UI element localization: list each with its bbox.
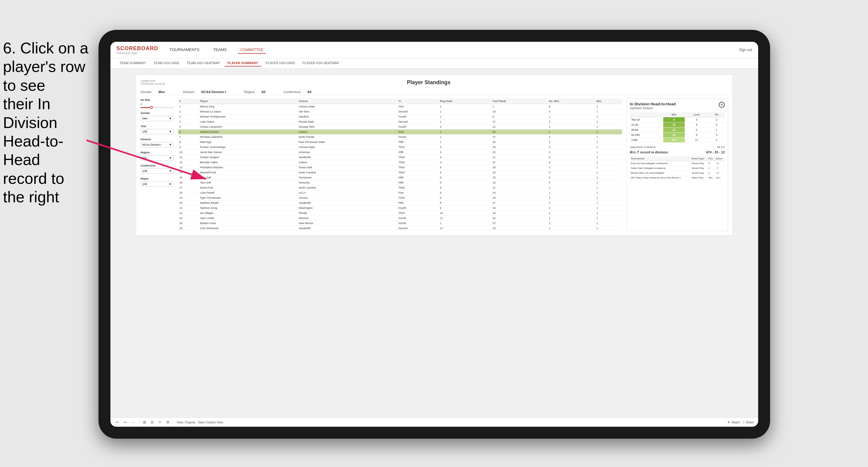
cell-reg-rank: 2 <box>438 124 491 129</box>
cell-num: 23 <box>178 216 198 221</box>
cell-reg-rank: 8 <box>438 180 491 185</box>
table-row[interactable]: 18 Luke Powell UCLA First 8 24 1 1 <box>178 190 622 195</box>
nav-teams[interactable]: TEAMS <box>211 46 229 54</box>
nav-tournaments[interactable]: TOURNAMENTS <box>167 46 202 54</box>
cell-win: 1 <box>595 150 622 155</box>
table-row[interactable]: 2 Michael La Sasso Ole Miss Second 1 19 … <box>178 109 622 114</box>
cell-conf-rank: 27 <box>491 160 548 165</box>
table-row[interactable]: 10 Jacob Mac Diesen Arkansas Fifth 4 23 … <box>178 150 622 155</box>
cell-yr: Fourth <box>397 206 438 211</box>
region-dropdown[interactable]: N/A ▼ <box>141 155 174 160</box>
tournament-type: Stroke Play <box>691 166 708 171</box>
table-row[interactable]: 3 Michael Thorbjornsen Stanford Fourth 1… <box>178 114 622 119</box>
cell-reg-rank: 1 <box>438 139 491 145</box>
instruction-text: 6. Click on a player's row to see their … <box>0 39 90 207</box>
table-row[interactable]: 22 Ian Gilligan Florida Third 10 24 1 1 <box>178 211 622 216</box>
share-icon: ⤴ <box>743 421 744 424</box>
cell-no-rds: 1 <box>548 226 595 231</box>
table-row[interactable]: 16 Alex Goff Kentucky Fifth 8 19 0 1 <box>178 180 622 185</box>
table-row[interactable]: 9 Preston Summerhays Arizona State Third… <box>178 145 622 150</box>
conference-filter-label: Conference: <box>284 90 302 94</box>
sub-nav-team-h2h-grid[interactable]: TEAM H2H GRID <box>151 60 182 66</box>
player-dropdown[interactable]: (All) ▼ <box>141 181 174 187</box>
conference-dropdown[interactable]: (All) ▼ <box>141 168 174 174</box>
table-row[interactable]: 4 Luke Claton Florida State Second 1 27 … <box>178 119 622 124</box>
tournament-pos: Win <box>708 176 715 180</box>
redo-button[interactable]: ↪ <box>123 419 127 425</box>
cell-school: Arizona State <box>297 145 397 150</box>
table-row[interactable]: 20 Matthew Riedel Vanderbilt Fifth 8 27 … <box>178 200 622 206</box>
undo-button[interactable]: ↩ <box>115 419 120 425</box>
cell-reg-rank: 11 <box>438 216 491 221</box>
table-row[interactable]: 5 Christo Lamprecht Georgia Tech Fourth … <box>178 124 622 129</box>
table-row[interactable]: 12 Brendan Valles Auburn Third 4 27 0 1 <box>178 160 622 165</box>
cell-yr: Fourth <box>397 134 438 139</box>
watch-button[interactable]: 👁 Watch <box>727 421 740 424</box>
cell-num: 17 <box>178 185 198 190</box>
tournament-pos: 4 <box>708 161 715 166</box>
cell-school: Florida <box>297 211 397 216</box>
cell-win: 1 <box>595 109 622 114</box>
share-button[interactable]: ⤴ Share <box>743 421 754 424</box>
cell-win: 1 <box>595 145 622 150</box>
cell-player: Mats Ege <box>198 139 297 145</box>
tournament-pos: 2 <box>708 171 715 176</box>
cell-num: 21 <box>178 206 198 211</box>
table-row[interactable]: 6 Jackson Koivun Auburn First 1 22 1 1 <box>178 129 622 134</box>
sub-nav-player-summary[interactable]: PLAYER SUMMARY <box>224 60 261 66</box>
table-row[interactable]: 21 Taehoon Song Washington Fourth 6 23 2… <box>178 206 622 211</box>
gender-filter-section: Gender Men ▼ <box>141 112 174 121</box>
table-row[interactable]: 7 Nicholas Gabrelcik North Florida Fourt… <box>178 134 622 139</box>
settings-button[interactable]: ⚙ <box>165 419 170 425</box>
forward-button[interactable]: → <box>130 419 136 425</box>
sub-nav-team-summary[interactable]: TEAM SUMMARY <box>116 60 149 66</box>
table-row[interactable]: 15 Jake Hall Tennessee Fifth 6 23 0 1 <box>178 175 622 180</box>
table-row[interactable]: 24 Bastien Amat New Mexico Fourth 1 27 2… <box>178 221 622 226</box>
cell-conf-rank: 30 <box>491 165 548 170</box>
logo-sub: Powered by clippi <box>116 52 158 55</box>
copy-button[interactable]: ⊞ <box>142 419 147 425</box>
content-card: Update time: 27/03/2024 16:56:26 Player … <box>136 74 733 236</box>
table-row[interactable]: 25 Cole Sherwood Vanderbilt Second 12 23… <box>178 226 622 231</box>
cell-num: 4 <box>178 119 198 124</box>
gender-dropdown[interactable]: Men ▼ <box>141 116 174 121</box>
cell-no-rds: 1 <box>548 165 595 170</box>
h2h-table-row: >100 578 11 1 <box>630 137 725 143</box>
division-dropdown[interactable]: NCAA Division I ▼ <box>141 142 174 147</box>
nav-sign-out[interactable]: Sign out <box>739 48 752 52</box>
h2h-cell-group: Top 10 <box>630 117 663 122</box>
nav-committee[interactable]: COMMITTEE <box>238 46 266 54</box>
no-rds-slider[interactable] <box>141 107 174 108</box>
cell-conf-rank: 23 <box>491 150 548 155</box>
cell-num: 19 <box>178 195 198 200</box>
cell-conf-rank: 24 <box>491 216 548 221</box>
cell-yr: First <box>397 104 438 109</box>
table-row[interactable]: 8 Mats Ege East Tennessee State Fifth 1 … <box>178 139 622 145</box>
cell-conf-rank: 23 <box>491 170 548 175</box>
paste-button[interactable]: ⊟ <box>150 419 155 425</box>
cell-player: David Ford <box>198 185 297 190</box>
save-custom-view-button[interactable]: Save Custom View <box>198 421 223 424</box>
table-row[interactable]: 1 Wienyi Ding Arizona State First 1 1 8 … <box>178 104 622 109</box>
left-filter-panel: No Rds. 6 Gender <box>141 98 174 231</box>
table-row[interactable]: 17 David Ford North Carolina Third 8 21 … <box>178 185 622 190</box>
table-row[interactable]: 19 Tiger Christensen Arizona Third 8 23 … <box>178 195 622 200</box>
h2h-cell-loss: 4 <box>685 127 708 132</box>
tournament-row: Mirabel Maui Jim Intercollegiate Stroke … <box>630 171 725 176</box>
view-original-button[interactable]: View: Original <box>177 421 195 424</box>
table-row[interactable]: 11 Gordon Sargent Vanderbilt Third 4 21 … <box>178 155 622 160</box>
sub-nav-player-h2h-grid[interactable]: PLAYER H2H GRID <box>263 60 298 66</box>
table-row[interactable]: 14 Maxwell Ford North Carolina Third 6 2… <box>178 170 622 175</box>
wlt-value: 674 - 33 - 12 <box>706 150 725 154</box>
cell-conf-rank: 19 <box>491 109 548 114</box>
table-row[interactable]: 23 Jack Lundin Missouri Fourth 11 24 1 1 <box>178 216 622 221</box>
cut-button[interactable]: ✂ <box>158 419 162 425</box>
sub-nav-player-h2h-heatmap[interactable]: PLAYER H2H HEATMAP <box>299 60 342 66</box>
card-title: Player Standings <box>407 80 451 86</box>
table-row[interactable]: 13 Phichaksn Maichon Texas A&M Third 6 3… <box>178 165 622 170</box>
year-dropdown[interactable]: (All) ▼ <box>141 129 174 134</box>
h2h-cell-loss: 6 <box>685 132 708 137</box>
h2h-close-button[interactable]: ✕ <box>719 102 725 108</box>
update-time-label: Update time: <box>141 80 165 82</box>
sub-nav-team-h2h-heatmap[interactable]: TEAM H2H HEATMAP <box>184 60 223 66</box>
